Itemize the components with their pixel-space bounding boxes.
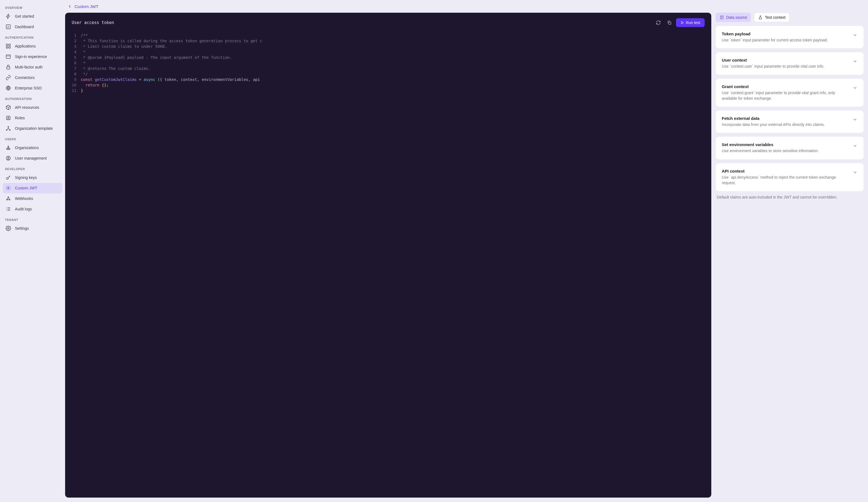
nav-get-started[interactable]: Get started <box>3 11 62 21</box>
svg-point-23 <box>8 197 9 198</box>
section-overview: OVERVIEW <box>3 4 62 11</box>
nav-label: Applications <box>15 44 36 48</box>
nav-settings[interactable]: Settings <box>3 223 62 234</box>
nav-applications[interactable]: Applications <box>3 41 62 51</box>
nav-audit-logs[interactable]: Audit logs <box>3 204 62 214</box>
editor-panel: User access token Run test 1234567891011 <box>65 13 711 498</box>
chart-icon <box>6 24 11 30</box>
info-card[interactable]: Fetch external data Incorporate data fro… <box>716 110 864 133</box>
nav-user-management[interactable]: User management <box>3 153 62 163</box>
chevron-down-icon <box>852 170 858 175</box>
chevron-down-icon <box>852 59 858 64</box>
section-developer: DEVELOPER <box>3 166 62 172</box>
window-icon <box>6 54 11 59</box>
svg-point-19 <box>6 178 8 180</box>
nav-label: Dashboard <box>15 24 34 29</box>
nav-organizations[interactable]: Organizations <box>3 142 62 153</box>
breadcrumb[interactable]: Custom JWT <box>65 0 864 13</box>
card-desc: Use `api.denyAccess` method to reject th… <box>722 174 849 186</box>
card-desc: Use environment variables to store sensi… <box>722 148 849 153</box>
card-title: Set environment variables <box>722 142 849 147</box>
code-editor[interactable]: 1234567891011 /** * This function is cal… <box>65 30 711 498</box>
run-test-button[interactable]: Run test <box>676 18 705 27</box>
breadcrumb-label: Custom JWT <box>74 4 99 9</box>
webhook-icon <box>6 196 11 201</box>
nav-custom-jwt[interactable]: Custom JWT <box>3 183 62 193</box>
chevron-down-icon <box>852 143 858 148</box>
nav-label: Organizations <box>15 145 39 150</box>
chevron-down-icon <box>852 85 858 90</box>
svg-point-11 <box>6 130 7 130</box>
card-title: API context <box>722 169 849 173</box>
nav-roles[interactable]: Roles <box>3 113 62 123</box>
copy-button[interactable] <box>665 18 674 27</box>
card-desc: Use `context.grant` input parameter to p… <box>722 90 849 101</box>
main: Custom JWT User access token Run test <box>65 0 868 502</box>
lock-icon <box>6 64 11 70</box>
nav-mfa[interactable]: Multi-factor auth <box>3 62 62 72</box>
sidebar: OVERVIEW Get started Dashboard AUTHENTIC… <box>0 0 65 502</box>
nav-api-resources[interactable]: API resources <box>3 102 62 113</box>
svg-point-20 <box>8 188 9 189</box>
svg-point-10 <box>8 127 9 127</box>
svg-point-15 <box>9 149 10 149</box>
svg-rect-5 <box>6 55 10 58</box>
card-desc: Use `context.user` input parameter to pr… <box>722 63 849 69</box>
list-icon <box>6 206 11 212</box>
nav-label: API resources <box>15 105 39 110</box>
nav-connectors[interactable]: Connectors <box>3 72 62 83</box>
section-users: USERS <box>3 136 62 142</box>
nav-label: Enterprise SSO <box>15 86 42 90</box>
file-icon <box>720 15 724 20</box>
svg-point-21 <box>6 199 7 200</box>
section-tenant: TENANT <box>3 217 62 223</box>
card-desc: Use `token` input parameter for current … <box>722 37 849 43</box>
section-authorization: AUTHORIZATION <box>3 96 62 102</box>
section-authentication: AUTHENTICATION <box>3 34 62 41</box>
tab-data-source[interactable]: Data source <box>716 13 751 22</box>
info-card[interactable]: Token payload Use `token` input paramete… <box>716 26 864 48</box>
gear-icon <box>6 225 11 231</box>
nav-label: Signing keys <box>15 175 37 180</box>
nav-signing-keys[interactable]: Signing keys <box>3 172 62 183</box>
svg-rect-25 <box>669 22 671 24</box>
nav-signin-experience[interactable]: Sign-in experience <box>3 51 62 62</box>
nav-label: Multi-factor auth <box>15 65 42 69</box>
card-title: Token payload <box>722 31 849 36</box>
nav-label: Webhooks <box>15 196 33 201</box>
jwt-icon <box>6 185 11 191</box>
flask-icon <box>758 15 763 20</box>
svg-rect-3 <box>6 47 8 48</box>
right-panel: Data source Test context Token payload U… <box>716 13 864 498</box>
editor-title: User access token <box>72 20 114 25</box>
person-icon <box>6 115 11 121</box>
code-lines: /** * This function is called during the… <box>81 33 711 494</box>
card-title: Fetch external data <box>722 116 849 121</box>
nav-label: Custom JWT <box>15 186 37 190</box>
card-title: Grant context <box>722 84 849 89</box>
nav-label: Get started <box>15 14 34 19</box>
cube-icon <box>6 105 11 110</box>
svg-rect-6 <box>7 67 10 69</box>
line-gutter: 1234567891011 <box>65 33 81 494</box>
chevron-left-icon <box>67 4 72 9</box>
copy-icon <box>667 20 672 25</box>
info-card[interactable]: API context Use `api.denyAccess` method … <box>716 163 864 191</box>
user-icon <box>6 155 11 161</box>
nav-label: Organization template <box>15 126 53 131</box>
info-card[interactable]: User context Use `context.user` input pa… <box>716 52 864 74</box>
refresh-icon <box>656 20 661 25</box>
bolt-icon <box>6 13 11 19</box>
nav-webhooks[interactable]: Webhooks <box>3 193 62 204</box>
card-title: User context <box>722 58 849 62</box>
info-card[interactable]: Set environment variables Use environmen… <box>716 137 864 159</box>
info-card[interactable]: Grant context Use `context.grant` input … <box>716 79 864 107</box>
nav-org-template[interactable]: Organization template <box>3 123 62 134</box>
svg-point-13 <box>8 146 9 147</box>
nav-label: Roles <box>15 116 25 120</box>
nav-dashboard[interactable]: Dashboard <box>3 21 62 32</box>
svg-point-9 <box>8 117 9 118</box>
tab-test-context[interactable]: Test context <box>754 13 790 22</box>
nav-enterprise-sso[interactable]: Enterprise SSO <box>3 83 62 93</box>
refresh-button[interactable] <box>654 18 663 27</box>
